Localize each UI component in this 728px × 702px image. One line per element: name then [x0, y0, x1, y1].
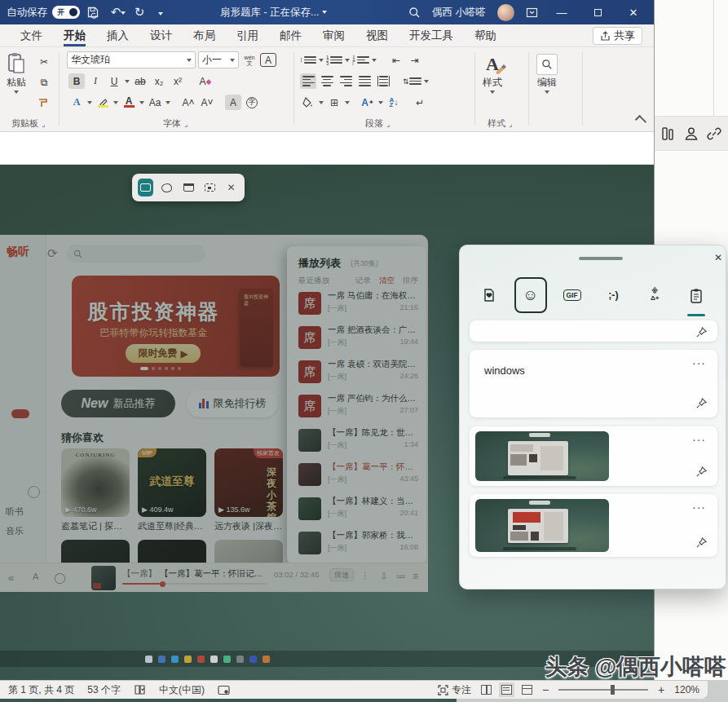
- font-color-icon[interactable]: A: [121, 95, 137, 110]
- drag-handle[interactable]: [579, 257, 623, 260]
- link-icon[interactable]: [706, 126, 722, 142]
- page-info[interactable]: 第 1 页, 共 4 页: [8, 683, 74, 697]
- language-indicator[interactable]: 中文(中国): [159, 683, 205, 697]
- bold-button[interactable]: B: [68, 73, 85, 89]
- album-cover[interactable]: 独家首发 深夜小茶馆 ▶ 135.6w: [214, 448, 283, 517]
- player-subtitle-icon[interactable]: A: [33, 572, 38, 581]
- clipboard-entry-text[interactable]: windows ···: [470, 350, 717, 417]
- save-icon[interactable]: [86, 6, 108, 19]
- qat-customize-caret[interactable]: [150, 6, 171, 20]
- tab-design[interactable]: 设计: [139, 24, 183, 46]
- playlist-item[interactable]: 【一席】陈见龙：世界上最珍贵的动物[一席]1:34: [298, 427, 420, 460]
- align-center-icon[interactable]: [319, 73, 335, 89]
- paste-button[interactable]: 粘贴: [7, 52, 26, 94]
- clipboard-entry-image[interactable]: ···: [470, 426, 717, 486]
- multilevel-list-icon[interactable]: 1ai: [352, 52, 368, 68]
- word-count[interactable]: 53 个字: [87, 683, 121, 697]
- cut-icon[interactable]: ✂: [36, 54, 52, 69]
- refresh-icon[interactable]: ⟳: [47, 246, 58, 261]
- avatar[interactable]: [497, 4, 514, 21]
- enclose-characters-icon[interactable]: 字: [244, 95, 260, 110]
- text-effects-icon[interactable]: A: [68, 95, 85, 110]
- album-card[interactable]: 独家首发 深夜小茶馆 ▶ 135.6w 远方夜谈 |深夜小...: [214, 448, 283, 532]
- shrink-font-icon[interactable]: A˅: [199, 95, 215, 110]
- download-icon[interactable]: ⇩: [380, 571, 388, 582]
- now-playing-thumb[interactable]: [91, 566, 116, 590]
- dialog-launcher-icon[interactable]: ⌟: [509, 120, 512, 128]
- grow-font-icon[interactable]: A˄: [180, 95, 196, 110]
- zoom-slider-thumb[interactable]: [611, 685, 615, 695]
- undo-button[interactable]: ↶: [108, 5, 129, 20]
- close-button[interactable]: ✕: [621, 7, 646, 19]
- maximize-button[interactable]: [585, 7, 610, 19]
- playlist-meta-item[interactable]: 排序: [403, 276, 418, 286]
- justify-icon[interactable]: [356, 73, 373, 89]
- tab-view[interactable]: 视图: [355, 24, 399, 46]
- numbering-icon[interactable]: 123: [326, 52, 342, 68]
- bullets-icon[interactable]: ⁝: [300, 52, 316, 68]
- sidebar-item-music[interactable]: 音乐: [6, 525, 24, 537]
- album-cover[interactable]: CONJURING ▶ 470.6w: [61, 448, 130, 517]
- speed-pill[interactable]: 倍速: [329, 568, 354, 581]
- proofing-icon[interactable]: [134, 684, 146, 695]
- strikethrough-button[interactable]: ab: [132, 73, 148, 89]
- dialog-launcher-icon[interactable]: ⌟: [42, 120, 45, 128]
- minimize-button[interactable]: —: [549, 7, 574, 19]
- playlist-item[interactable]: 【一席】林建义：当时中国面临团结际...[一席]20:41: [298, 496, 420, 528]
- close-snip-icon[interactable]: ✕: [223, 179, 239, 196]
- tab-developer[interactable]: 开发工具: [399, 24, 464, 46]
- zoom-out-icon[interactable]: −: [542, 683, 549, 696]
- superscript-button[interactable]: x²: [170, 73, 186, 89]
- italic-button[interactable]: I: [87, 73, 104, 89]
- web-layout-icon[interactable]: [522, 685, 532, 695]
- pin-icon[interactable]: [695, 466, 708, 478]
- user-name[interactable]: 偶西 小嗒嗒: [432, 6, 486, 20]
- playlist-item[interactable]: 席一席 把酒夜谈会：广东炭烧阳宅[一席]19:44: [298, 325, 420, 357]
- print-layout-icon[interactable]: [501, 685, 512, 695]
- tab-help[interactable]: 帮助: [464, 24, 507, 46]
- player-prev-icon[interactable]: «: [8, 572, 14, 584]
- styles-button[interactable]: A 样式: [483, 54, 502, 94]
- clipboard-entry-partial[interactable]: [470, 320, 717, 342]
- tab-file[interactable]: 文件: [10, 24, 53, 46]
- tab-references[interactable]: 引用: [226, 24, 269, 46]
- freeform-snip-icon[interactable]: [159, 179, 174, 196]
- autosave-toggle[interactable]: 开: [52, 6, 80, 19]
- tab-insert[interactable]: 插入: [96, 24, 139, 46]
- macro-record-icon[interactable]: [218, 685, 230, 695]
- entry-menu-icon[interactable]: ···: [692, 501, 706, 514]
- dialog-launcher-icon[interactable]: ⌟: [184, 120, 188, 128]
- zoom-in-icon[interactable]: +: [658, 683, 664, 696]
- playlist-item[interactable]: 席一席 马伯庸：在海权斗争失败后 为什么...[一席]21:16: [298, 290, 420, 323]
- copy-icon[interactable]: ⧉: [36, 74, 52, 90]
- format-painter-icon[interactable]: [36, 95, 52, 110]
- tab-layout[interactable]: 布局: [183, 24, 226, 46]
- zoom-slider[interactable]: [558, 689, 648, 691]
- playlist-item[interactable]: 席一席 严伯钧：为什么广州人口这样...[一席]27:07: [298, 393, 420, 426]
- focus-mode-button[interactable]: 专注: [438, 683, 471, 697]
- character-border-icon[interactable]: A: [260, 53, 276, 67]
- change-case-icon[interactable]: Aa: [147, 95, 163, 110]
- sort-icon[interactable]: AZ↓: [386, 95, 402, 110]
- tab-kaomoji-icon[interactable]: ;-): [597, 277, 629, 313]
- tab-home[interactable]: 开始: [53, 24, 96, 46]
- promo-banner[interactable]: 股市投资神器 巴菲特带你玩转指数基金 限时免费▶ 股市投资神器: [72, 276, 280, 377]
- decrease-indent-icon[interactable]: ⇤: [388, 52, 404, 68]
- album-cover[interactable]: VIP 武道至尊 ▶ 409.4w: [138, 448, 206, 517]
- album-card[interactable]: VIP 武道至尊 ▶ 409.4w 武道至尊|经典玄...: [138, 448, 206, 532]
- timer-icon[interactable]: ≔: [396, 571, 406, 582]
- tab-clipboard-icon[interactable]: [680, 277, 713, 313]
- sidebar-item-listen[interactable]: 听书: [6, 506, 24, 518]
- show-marks-icon[interactable]: ↵: [412, 95, 428, 110]
- asian-layout-icon[interactable]: A✦: [360, 95, 376, 110]
- tab-recent-icon[interactable]: [473, 277, 505, 313]
- free-ranking-button[interactable]: 限免排行榜: [187, 390, 278, 417]
- entry-menu-icon[interactable]: ···: [692, 356, 706, 369]
- collapse-ribbon-icon[interactable]: [635, 115, 646, 126]
- distribute-icon[interactable]: [375, 73, 391, 89]
- playlist-meta-item[interactable]: 清空: [379, 276, 395, 286]
- share-button[interactable]: 共享: [593, 27, 642, 45]
- zoom-level[interactable]: 120%: [674, 684, 699, 695]
- progress-bar[interactable]: [122, 583, 267, 585]
- playlist-item[interactable]: 【一席】郭家桥：我的人生这么流转锋...[一席]16:08: [298, 530, 420, 563]
